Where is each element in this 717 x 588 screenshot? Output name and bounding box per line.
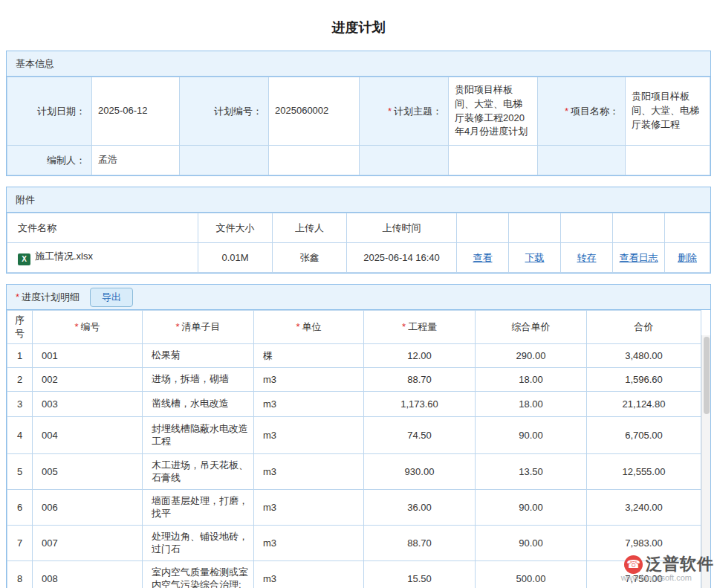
project-name-label: *项目名称：	[538, 77, 626, 146]
download-link[interactable]: 下载	[525, 252, 545, 263]
cell-unit-price: 90.00	[476, 490, 587, 526]
basic-info-section: 基本信息 计划日期： 2025-06-12 计划编号： 2025060002 *…	[6, 51, 711, 176]
cell-unit: m3	[254, 392, 364, 417]
cell-unit-price: 90.00	[476, 417, 587, 454]
download-action-cell: 下载	[509, 243, 561, 273]
required-mark: *	[175, 321, 179, 332]
detail-table: 序号 *编号 *清单子目 *单位 *工程量 综合单价 合价 1 001 松果菊 …	[7, 310, 701, 588]
page-title: 进度计划	[0, 0, 717, 51]
cell-code: 002	[33, 368, 143, 392]
table-row: 3 003 凿线槽，水电改造 m3 1,173.60 18.00 21,124.…	[7, 392, 701, 417]
table-row: 5 005 木工进场，吊天花板、石膏线 m3 930.00 13.50 12,5…	[7, 454, 701, 490]
cell-total: 1,596.60	[587, 368, 701, 392]
file-name: 施工情况.xlsx	[35, 251, 93, 262]
cell-unit-price: 13.50	[476, 454, 587, 490]
cell-unit: m3	[254, 368, 364, 392]
required-mark: *	[16, 291, 19, 303]
attachments-section-title: 附件	[16, 193, 35, 207]
required-mark: *	[565, 106, 568, 117]
empty-cell	[180, 146, 269, 175]
empty-cell	[626, 146, 710, 175]
view-log-link[interactable]: 查看日志	[620, 252, 658, 263]
view-log-action-cell: 查看日志	[613, 243, 665, 273]
phone-icon: ☎	[624, 555, 643, 574]
plan-date-label: 计划日期：	[7, 77, 92, 146]
attachments-header-row: 文件名称 文件大小 上传人 上传时间	[7, 213, 710, 243]
cell-item: 松果菊	[143, 344, 254, 368]
export-button[interactable]: 导出	[90, 288, 133, 307]
cell-quantity: 74.50	[364, 417, 476, 454]
detail-section-header: * 进度计划明细 导出	[7, 285, 710, 310]
cell-seq: 4	[7, 417, 33, 454]
cell-unit-price: 18.00	[476, 368, 587, 392]
cell-quantity: 15.50	[364, 561, 476, 588]
cell-quantity: 1,173.60	[364, 392, 476, 417]
column-header-item: *清单子目	[143, 311, 254, 344]
cell-item: 木工进场，吊天花板、石膏线	[143, 454, 254, 490]
table-row: 2 002 进场，拆墙，砌墙 m3 88.70 18.00 1,596.60	[7, 368, 701, 392]
column-header-code: *编号	[33, 311, 143, 344]
vertical-scrollbar[interactable]	[701, 335, 710, 588]
author-value: 孟浩	[92, 146, 180, 175]
column-header-quantity: *工程量	[364, 311, 476, 344]
plan-no-label: 计划编号：	[180, 77, 269, 146]
cell-seq: 7	[7, 526, 33, 561]
table-row: 1 001 松果菊 棵 12.00 290.00 3,480.00	[7, 344, 701, 368]
empty-cell	[449, 146, 538, 175]
attachments-section: 附件 文件名称 文件大小 上传人 上传时间 X施工情况.xlsx 0.01M 张…	[6, 187, 711, 274]
table-row: 8 008 室内空气质量检测或室内空气污染综合治理; m3 15.50 500.…	[7, 561, 701, 588]
upload-time-cell: 2025-06-14 16:40	[347, 243, 457, 273]
cell-unit: m3	[254, 490, 364, 526]
required-mark: *	[402, 321, 406, 332]
column-header-unit-price: 综合单价	[476, 311, 587, 344]
cell-code: 008	[33, 561, 143, 588]
empty-cell	[269, 146, 360, 175]
cell-unit: m3	[254, 417, 364, 454]
cell-unit-price: 18.00	[476, 392, 587, 417]
cell-code: 007	[33, 526, 143, 561]
cell-unit-price: 500.00	[476, 561, 587, 588]
attachments-table: 文件名称 文件大小 上传人 上传时间 X施工情况.xlsx 0.01M 张鑫 2…	[7, 213, 710, 273]
column-header-upload-time: 上传时间	[347, 213, 457, 243]
cell-seq: 2	[7, 368, 33, 392]
detail-table-wrapper: 序号 *编号 *清单子目 *单位 *工程量 综合单价 合价 1 001 松果菊 …	[7, 310, 710, 588]
attachment-row: X施工情况.xlsx 0.01M 张鑫 2025-06-14 16:40 查看 …	[7, 243, 710, 273]
cell-seq: 5	[7, 454, 33, 490]
empty-cell	[509, 213, 561, 243]
basic-info-section-title: 基本信息	[16, 57, 54, 71]
table-row: 6 006 墙面基层处理，打磨，找平 m3 36.00 90.00 3,240.…	[7, 490, 701, 526]
transfer-link[interactable]: 转存	[577, 252, 597, 263]
basic-info-section-header: 基本信息	[7, 51, 710, 77]
cell-quantity: 88.70	[364, 526, 476, 561]
excel-file-icon: X	[18, 253, 30, 265]
empty-cell	[457, 213, 509, 243]
empty-cell	[561, 213, 613, 243]
empty-cell	[613, 213, 665, 243]
plan-subject-label: *计划主题：	[360, 77, 449, 146]
column-header-file-name: 文件名称	[7, 213, 198, 243]
cell-item: 墙面基层处理，打磨，找平	[143, 490, 254, 526]
cell-code: 004	[33, 417, 143, 454]
cell-item: 室内空气质量检测或室内空气污染综合治理;	[143, 561, 254, 588]
project-name-value: 贵阳项目样板间、大堂、电梯厅装修工程	[626, 77, 710, 146]
empty-cell	[360, 146, 449, 175]
cell-total: 3,240.00	[587, 490, 701, 526]
uploader-cell: 张鑫	[273, 243, 347, 273]
detail-section: * 进度计划明细 导出 序号 *编号 *清单子目 *单位 *工程量 综合单价 合…	[6, 284, 711, 588]
column-header-total: 合价	[587, 311, 701, 344]
attachments-section-header: 附件	[7, 187, 710, 213]
cell-code: 006	[33, 490, 143, 526]
cell-code: 001	[33, 344, 143, 368]
cell-item: 进场，拆墙，砌墙	[143, 368, 254, 392]
basic-info-table: 计划日期： 2025-06-12 计划编号： 2025060002 *计划主题：…	[7, 77, 710, 175]
cell-item: 处理边角、铺设地砖，过门石	[143, 526, 254, 561]
view-link[interactable]: 查看	[473, 252, 493, 263]
delete-link[interactable]: 删除	[678, 252, 697, 263]
scrollbar-thumb[interactable]	[704, 337, 710, 414]
file-size-cell: 0.01M	[198, 243, 273, 273]
detail-header-row: 序号 *编号 *清单子目 *单位 *工程量 综合单价 合价	[7, 311, 701, 344]
table-row: 4 004 封埋线槽隐蔽水电改造工程 m3 74.50 90.00 6,705.…	[7, 417, 701, 454]
cell-quantity: 36.00	[364, 490, 476, 526]
cell-quantity: 88.70	[364, 368, 476, 392]
empty-cell	[538, 146, 626, 175]
